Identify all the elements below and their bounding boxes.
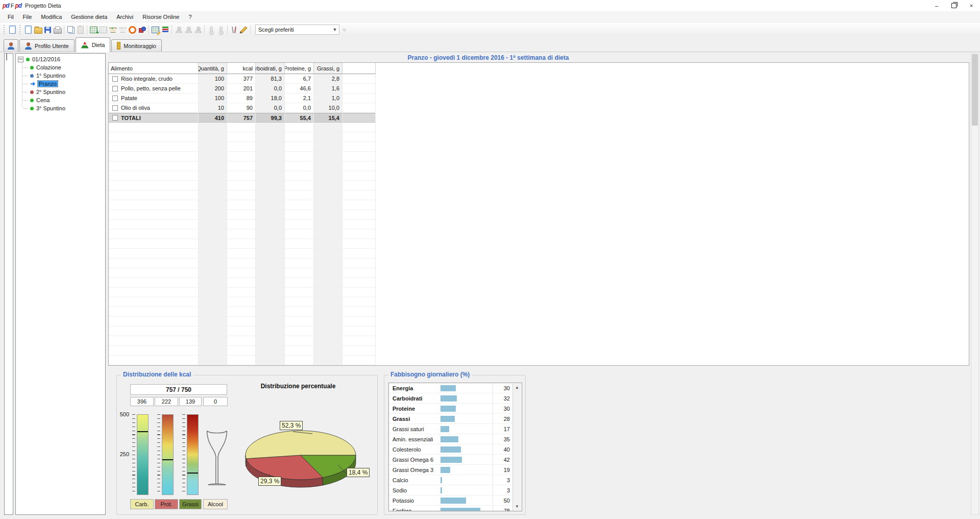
tree-item-cena[interactable]: Cena xyxy=(16,96,105,104)
table-cell xyxy=(227,288,256,297)
save-button[interactable] xyxy=(43,23,53,36)
table-row-empty xyxy=(109,336,969,346)
table-cell xyxy=(109,317,199,326)
row-checkbox[interactable] xyxy=(112,105,118,111)
table-cell xyxy=(109,356,199,365)
table-cell xyxy=(342,171,376,181)
table-button[interactable] xyxy=(99,23,108,36)
restore-button[interactable] xyxy=(945,0,963,11)
copy-button[interactable] xyxy=(66,23,76,36)
tree-item-colazione[interactable]: Colazione xyxy=(16,63,105,72)
cart-in-button[interactable] xyxy=(108,23,118,36)
tab-label: Monitoraggio xyxy=(124,43,156,49)
toolbar-grip[interactable] xyxy=(4,25,6,34)
table-cell xyxy=(314,239,342,249)
row-checkbox[interactable] xyxy=(112,96,118,101)
tree-root-date[interactable]: 01/12/2016 xyxy=(16,55,105,63)
table-cell: 100 xyxy=(199,74,227,84)
tree-connector xyxy=(23,100,28,101)
shapes-button[interactable] xyxy=(137,23,147,36)
menu-item-file[interactable]: File xyxy=(18,12,37,21)
cart-out-button[interactable] xyxy=(118,23,128,36)
measure-button[interactable] xyxy=(206,23,216,36)
table-cell xyxy=(285,336,314,346)
menu-item-fil[interactable]: Fil xyxy=(3,12,18,21)
edit-button[interactable] xyxy=(239,23,249,36)
table-cell xyxy=(227,123,256,132)
needs-row-amin-essenziali: Amin. essenziali35 xyxy=(389,434,513,444)
foods-button[interactable] xyxy=(229,23,239,36)
pencil-icon xyxy=(240,26,247,33)
vertical-scrollbar[interactable] xyxy=(971,53,979,515)
user-edit-button[interactable] xyxy=(183,23,193,36)
table-cell xyxy=(256,258,285,268)
toolbar-separator xyxy=(227,25,228,34)
favorites-combobox[interactable]: Scegli preferiti ▼ xyxy=(255,25,339,35)
table-cell: 200 xyxy=(199,84,227,93)
measure2-button[interactable] xyxy=(216,23,226,36)
paste-button[interactable] xyxy=(76,23,85,36)
target-button[interactable] xyxy=(128,23,137,36)
scroll-down-icon[interactable]: ▼ xyxy=(515,503,519,510)
new-document-button[interactable] xyxy=(23,23,33,36)
needs-value: 50 xyxy=(493,498,513,504)
user-add-button[interactable] xyxy=(174,23,183,36)
tree-item-2-spuntino[interactable]: 2° Spuntino xyxy=(16,88,105,96)
new-file-button[interactable] xyxy=(8,23,17,36)
table-cell xyxy=(256,326,285,336)
table-row[interactable]: Patate1008918,02,11,0 xyxy=(109,93,969,103)
row-checkbox[interactable] xyxy=(112,76,118,82)
menu-item-modifica[interactable]: Modifica xyxy=(36,12,66,21)
gauge-ticks xyxy=(182,414,185,495)
close-button[interactable]: × xyxy=(963,0,980,11)
table-row-empty xyxy=(109,161,969,171)
table-cell xyxy=(109,171,199,181)
tab-monitoraggio[interactable]: Monitoraggio xyxy=(111,39,162,52)
table-cell: 377 xyxy=(227,74,256,84)
table-cell xyxy=(256,161,285,171)
toolbar-grip[interactable] xyxy=(19,25,21,34)
menu-item--[interactable]: ? xyxy=(184,12,196,21)
print-button[interactable] xyxy=(53,23,62,36)
tree-expander[interactable] xyxy=(18,57,23,62)
scrollbar-thumb[interactable] xyxy=(972,54,978,126)
tree-expander[interactable] xyxy=(6,53,7,60)
table-row[interactable]: Olio di oliva10900,00,010,0 xyxy=(109,103,969,113)
table-cell xyxy=(199,161,227,171)
user-remove-button[interactable] xyxy=(193,23,203,36)
table-row-totals[interactable]: TOTALI41075799,355,415,4 xyxy=(109,113,969,123)
minimize-button[interactable]: – xyxy=(928,0,945,11)
tree-item-pranzo[interactable]: ➜Pranzo xyxy=(16,80,105,88)
status-dot-green xyxy=(30,99,34,102)
chart-button[interactable] xyxy=(160,23,170,36)
open-button[interactable] xyxy=(33,23,43,36)
table-row[interactable]: Pollo, petto, senza pelle2002010,046,61,… xyxy=(109,84,969,93)
toolbar-separator xyxy=(172,25,172,34)
menu-item-archivi[interactable]: Archivi xyxy=(112,12,138,21)
menu-item-risorse-online[interactable]: Risorse Online xyxy=(138,12,184,21)
tree-item-3-spuntino[interactable]: 3° Spuntino xyxy=(16,104,105,112)
table-row[interactable]: Riso integrale, crudo10037781,36,72,8 xyxy=(109,74,969,84)
table-cell xyxy=(227,220,256,229)
table-cell xyxy=(314,181,342,191)
table-cell: 46,6 xyxy=(285,84,314,93)
menu-item-gestione-dieta[interactable]: Gestione dieta xyxy=(66,12,112,21)
edit-table-button[interactable] xyxy=(151,23,160,36)
needs-value: 42 xyxy=(493,457,513,463)
favorite-button[interactable]: ♥ xyxy=(339,23,349,36)
tab-dieta[interactable]: Dieta xyxy=(76,37,111,52)
table-cell xyxy=(256,317,285,326)
scroll-up-icon[interactable]: ▲ xyxy=(515,384,519,391)
chevron-down-icon[interactable]: ▼ xyxy=(331,27,339,32)
meal-title: Pranzo - giovedì 1 dicembre 2016 - 1ª se… xyxy=(108,54,868,61)
scale-mid-label: 250 xyxy=(117,451,129,457)
needs-scrollbar[interactable]: ▲ ▼ xyxy=(512,384,521,510)
add-table-button[interactable] xyxy=(89,23,99,36)
tree-item-1-spuntino[interactable]: 1° Spuntino xyxy=(16,72,105,80)
row-checkbox[interactable] xyxy=(112,115,118,121)
row-checkbox[interactable] xyxy=(112,86,118,91)
needs-label: Grassi saturi xyxy=(389,426,440,432)
tab-profilo-utente[interactable]: Profilo Utente xyxy=(19,39,75,52)
tab-user-mini[interactable] xyxy=(4,39,18,52)
needs-bar-zone xyxy=(440,393,493,403)
